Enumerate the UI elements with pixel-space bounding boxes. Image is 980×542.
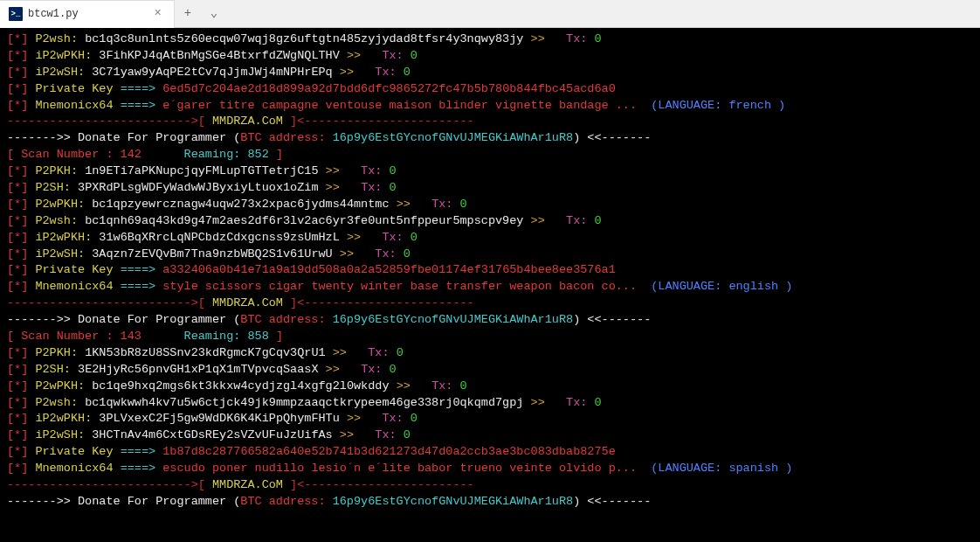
tab-title: btcw1.py (28, 7, 146, 22)
close-icon[interactable]: × (151, 3, 165, 24)
tab-active[interactable]: >_ btcw1.py × (0, 0, 175, 28)
titlebar: >_ btcw1.py × + ⌄ (0, 0, 980, 28)
new-tab-button[interactable]: + (175, 0, 201, 28)
terminal-output: [*] P2wsh: bc1q3c8unlnts5z60ecqw07wqj8gz… (0, 28, 980, 542)
powershell-icon: >_ (9, 7, 23, 21)
tab-dropdown-button[interactable]: ⌄ (201, 0, 227, 28)
